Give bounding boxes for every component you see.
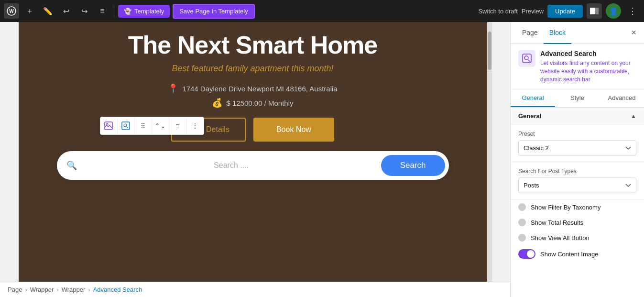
panel-tabs: Page Block × <box>511 22 644 44</box>
add-block-button[interactable]: ＋ <box>22 3 37 19</box>
toggle-total-results[interactable]: Show Total Results <box>511 215 644 230</box>
search-bar-container[interactable]: 🔍 Search .... Search <box>57 151 449 180</box>
templately-label: Templately <box>134 8 164 15</box>
toggle-total-results-indicator <box>518 219 526 226</box>
toggle-content-image[interactable]: Show Content Image <box>511 245 644 263</box>
toggle-filter-taxonomy-indicator <box>518 203 526 211</box>
block-toolbar-search-icon[interactable] <box>118 117 135 134</box>
panel-close-button[interactable]: × <box>629 26 638 40</box>
block-info-icon <box>518 50 535 67</box>
image-icon <box>104 121 113 130</box>
svg-point-7 <box>124 124 127 127</box>
address-text: 1744 Daylene Drive Newport MI 48166, Aus… <box>182 85 337 93</box>
more-options-button[interactable]: ⋮ <box>625 3 640 19</box>
canvas-content: The Next Smart Home Best featured family… <box>19 22 487 282</box>
block-info: Advanced Search Let visitors find any co… <box>511 44 644 89</box>
right-panel: Page Block × Advanced Search Let visitor… <box>510 22 644 297</box>
svg-rect-2 <box>595 8 599 14</box>
toggle-filter-taxonomy[interactable]: Show Filter By Taxonomy <box>511 199 644 215</box>
canvas-area: The Next Smart Home Best featured family… <box>0 22 510 297</box>
search-button[interactable]: Search <box>381 155 445 176</box>
block-info-description: Let visitors find any content on your we… <box>540 59 636 83</box>
preview-button[interactable]: Preview <box>522 8 544 15</box>
preset-select[interactable]: Classic 2 Classic 1 Classic 3 <box>518 140 636 156</box>
toolbar-right: Switch to draft Preview Update 👤 ⋮ <box>478 3 640 19</box>
preset-field-group: Preset Classic 2 Classic 1 Classic 3 <box>511 125 644 162</box>
user-avatar-icon: 👤 <box>609 7 618 16</box>
hero-subtitle: Best featured family apartment this mont… <box>38 64 468 74</box>
preset-label: Preset <box>518 131 636 137</box>
toggle-filter-taxonomy-label: Show Filter By Taxonomy <box>531 204 600 211</box>
breadcrumb-sep-3: › <box>88 286 90 293</box>
tab-page[interactable]: Page <box>516 22 544 44</box>
svg-text:W: W <box>9 9 14 14</box>
templately-button[interactable]: 👻 Templately <box>118 5 170 18</box>
location-icon: 📍 <box>168 83 178 94</box>
save-templately-button[interactable]: Save Page In Templately <box>173 4 255 19</box>
block-toolbar-more-icon[interactable]: ⋮ <box>186 117 204 134</box>
breadcrumb-wrapper-1[interactable]: Wrapper <box>30 286 54 293</box>
toggle-view-all-label: Show View All Button <box>531 234 589 242</box>
toggle-content-image-label: Show Content Image <box>540 251 598 258</box>
toggle-content-image-switch[interactable] <box>518 249 535 259</box>
block-toolbar-image-icon[interactable] <box>100 117 118 134</box>
sub-tab-advanced[interactable]: Advanced <box>600 89 644 107</box>
block-toolbar-align-icon[interactable]: ≡ <box>169 117 186 134</box>
user-options-button[interactable]: 👤 <box>606 3 621 19</box>
tools-button[interactable]: ✏️ <box>40 3 55 19</box>
sub-tab-style[interactable]: Style <box>555 89 600 107</box>
toggle-total-results-label: Show Total Results <box>531 219 583 226</box>
advanced-search-icon <box>522 54 532 63</box>
wp-logo-icon: W <box>7 6 16 16</box>
sub-tabs: General Style Advanced <box>511 89 644 108</box>
hero-section: The Next Smart Home Best featured family… <box>19 22 487 199</box>
svg-line-8 <box>127 127 128 128</box>
block-info-title: Advanced Search <box>540 50 636 57</box>
block-toolbar-drag-icon[interactable]: ⠿ <box>135 117 152 134</box>
list-view-button[interactable]: ≡ <box>95 3 110 19</box>
svg-line-11 <box>528 60 530 62</box>
general-section-header[interactable]: General ▲ <box>511 108 644 125</box>
block-toolbar: ⠿ ⌃⌄ ≡ ⋮ <box>100 117 204 135</box>
redo-button[interactable]: ↪ <box>76 3 92 19</box>
block-info-text: Advanced Search Let visitors find any co… <box>540 50 636 83</box>
svg-rect-6 <box>122 122 130 130</box>
hero-address: 📍 1744 Daylene Drive Newport MI 48166, A… <box>38 83 468 94</box>
main-area: The Next Smart Home Best featured family… <box>0 22 644 297</box>
sidebar-toggle-icon <box>590 8 599 14</box>
hero-buttons-row: ⠿ ⌃⌄ ≡ ⋮ View Details Book Now <box>38 118 468 142</box>
switch-draft-button[interactable]: Switch to draft <box>478 8 517 15</box>
hero-price: 💰 $ 12500.00 / Monthly <box>38 98 468 108</box>
canvas-scroll-thumb <box>488 32 491 70</box>
book-now-button[interactable]: Book Now <box>253 118 334 142</box>
block-toolbar-move-icon[interactable]: ⌃⌄ <box>152 117 169 134</box>
toggle-view-all-button[interactable]: Show View All Button <box>511 230 644 245</box>
wp-logo-button[interactable]: W <box>4 3 19 19</box>
canvas-scroll-bar[interactable] <box>487 22 492 282</box>
search-for-label: Search For Post Types <box>518 168 636 175</box>
search-input[interactable]: Search .... <box>82 161 381 170</box>
hero-title: The Next Smart Home <box>38 32 468 59</box>
price-icon: 💰 <box>212 98 222 108</box>
toolbar-divider <box>114 5 114 17</box>
tab-block[interactable]: Block <box>544 22 571 44</box>
toggle-content-image-thumb <box>527 250 535 258</box>
undo-button[interactable]: ↩ <box>58 3 74 19</box>
breadcrumb-wrapper-2[interactable]: Wrapper <box>62 286 86 293</box>
update-button[interactable]: Update <box>547 5 583 18</box>
breadcrumb: Page › Wrapper › Wrapper › Advanced Sear… <box>0 282 510 297</box>
svg-point-10 <box>524 56 528 60</box>
sidebar-toggle-button[interactable] <box>587 3 602 19</box>
search-post-types-field-group: Search For Post Types Posts Pages Produc… <box>511 162 644 199</box>
breadcrumb-page[interactable]: Page <box>8 286 22 293</box>
breadcrumb-sep-1: › <box>25 286 27 293</box>
toggle-view-all-indicator <box>518 234 526 242</box>
search-icon-wrap: 🔍 <box>66 160 77 171</box>
sub-tab-general[interactable]: General <box>511 89 555 107</box>
svg-point-5 <box>106 123 108 125</box>
breadcrumb-advanced-search: Advanced Search <box>93 286 142 293</box>
general-section-label: General <box>518 112 541 120</box>
breadcrumb-sep-2: › <box>56 286 58 293</box>
search-for-select[interactable]: Posts Pages Products <box>518 177 636 193</box>
price-text: $ 12500.00 / Monthly <box>226 99 293 107</box>
